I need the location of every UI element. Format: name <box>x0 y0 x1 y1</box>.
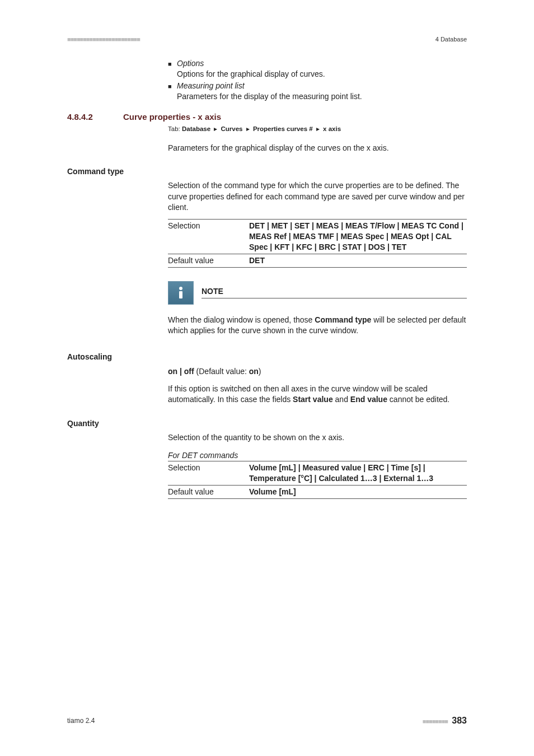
quantity-for-label: For DET commands <box>168 451 467 460</box>
note-text: When the dialog window is opened, those <box>168 315 315 324</box>
bullet-icon: ■ <box>168 81 177 102</box>
chevron-right-icon: ▸ <box>246 125 250 133</box>
quantity-heading: Quantity <box>67 419 162 428</box>
list-item: ■ Options Options for the graphical disp… <box>168 58 467 80</box>
header-chapter: 4 Database <box>435 36 467 43</box>
info-icon <box>168 281 194 305</box>
divider <box>168 461 467 461</box>
row-value: DET | MET | SET | MEAS | MEAS T/Flow | M… <box>249 221 467 253</box>
autoscaling-field: End value <box>350 395 387 404</box>
note-title: NOTE <box>202 287 467 298</box>
svg-point-0 <box>179 287 182 290</box>
onoff-default: on <box>249 367 259 376</box>
divider <box>168 219 467 220</box>
tab-segment: x axis <box>323 125 341 132</box>
section-number: 4.8.4.2 <box>67 112 123 122</box>
page-number: 383 <box>452 716 467 725</box>
divider <box>168 267 467 268</box>
row-key: Selection <box>168 463 249 484</box>
row-value: Volume [mL] | Measured value | ERC | Tim… <box>249 463 467 484</box>
tab-segment: Database <box>182 125 210 132</box>
autoscaling-heading: Autoscaling <box>67 352 162 361</box>
divider <box>168 485 467 486</box>
bullet-desc: Parameters for the display of the measur… <box>177 91 362 102</box>
chevron-right-icon: ▸ <box>214 125 217 133</box>
note-text-bold: Command type <box>315 315 371 324</box>
onoff-text: (Default value: <box>194 367 249 376</box>
footer-stripes: ■■■■■■■■ <box>423 718 448 725</box>
row-key: Selection <box>168 221 249 253</box>
divider <box>168 498 467 499</box>
bullet-label: Measuring point list <box>177 81 362 91</box>
footer-product: tiamo 2.4 <box>67 717 95 725</box>
row-key: Default value <box>168 487 249 497</box>
tab-path: Tab: Database ▸ Curves ▸ Properties curv… <box>168 125 467 133</box>
onoff-values: on | off <box>168 367 194 376</box>
row-value: Volume [mL] <box>249 487 467 497</box>
divider <box>168 254 467 254</box>
chevron-right-icon: ▸ <box>316 125 320 133</box>
autoscaling-desc: If this option is switched on then all a… <box>168 384 467 405</box>
quantity-desc: Selection of the quantity to be shown on… <box>168 432 467 444</box>
command-type-heading: Command type <box>67 167 162 176</box>
list-item: ■ Measuring point list Parameters for th… <box>168 81 467 102</box>
autoscaling-field: Start value <box>293 395 333 404</box>
tab-segment: Properties curves # <box>253 125 313 132</box>
section-heading: 4.8.4.2 Curve properties - x axis <box>67 112 467 122</box>
row-value: DET <box>249 255 467 266</box>
bullet-desc: Options for the graphical display of cur… <box>177 69 325 80</box>
command-type-table: Selection DET | MET | SET | MEAS | MEAS … <box>168 219 467 268</box>
note-body: When the dialog window is opened, those … <box>168 315 467 337</box>
page-header: ■■■■■■■■■■■■■■■■■■■■■■■ 4 Database <box>67 36 467 43</box>
section-title: Curve properties - x axis <box>123 112 221 122</box>
page-footer: tiamo 2.4 ■■■■■■■■ 383 <box>67 716 467 726</box>
table-row: Default value Volume [mL] <box>168 487 467 497</box>
note-box: NOTE When the dialog window is opened, t… <box>168 281 467 337</box>
svg-rect-1 <box>179 291 182 298</box>
autoscaling-values: on | off (Default value: on) <box>168 367 467 376</box>
command-type-desc: Selection of the command type for which … <box>168 180 467 213</box>
section-intro: Parameters for the graphical display of … <box>168 143 467 154</box>
onoff-text: ) <box>259 367 261 376</box>
tab-label: Tab: <box>168 125 180 132</box>
header-stripes: ■■■■■■■■■■■■■■■■■■■■■■■ <box>67 36 140 43</box>
table-row: Selection DET | MET | SET | MEAS | MEAS … <box>168 221 467 253</box>
table-row: Selection Volume [mL] | Measured value |… <box>168 463 467 484</box>
bullet-list: ■ Options Options for the graphical disp… <box>168 58 467 102</box>
tab-segment: Curves <box>221 125 243 132</box>
bullet-icon: ■ <box>168 58 177 80</box>
autoscaling-text: cannot be edited. <box>387 395 449 404</box>
divider <box>202 298 467 298</box>
autoscaling-text: and <box>333 395 350 404</box>
info-icon-svg <box>175 286 186 300</box>
bullet-label: Options <box>177 58 325 69</box>
row-key: Default value <box>168 255 249 266</box>
table-row: Default value DET <box>168 255 467 266</box>
quantity-table: For DET commands Selection Volume [mL] |… <box>168 451 467 499</box>
